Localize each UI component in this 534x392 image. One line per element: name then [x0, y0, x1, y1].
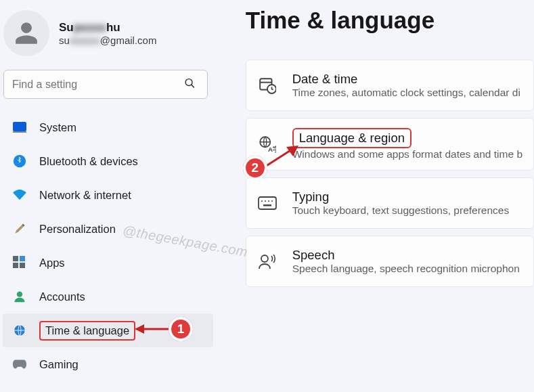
card-language-region[interactable]: A字 Language & region Windows and some ap…	[246, 118, 534, 171]
nav-list: System Bluetooth & devices Network & int…	[0, 109, 216, 381]
speech-icon	[257, 253, 277, 270]
card-subtitle: Time zones, automatic clock settings, ca…	[292, 87, 520, 99]
sidebar-item-apps[interactable]: Apps	[3, 246, 213, 280]
card-title: Date & time	[292, 72, 520, 87]
globe-clock-icon	[12, 323, 27, 338]
wifi-icon	[12, 188, 27, 202]
sidebar-item-gaming[interactable]: Gaming	[3, 347, 213, 381]
bluetooth-icon	[12, 154, 27, 169]
card-title: Speech	[292, 248, 520, 263]
brush-icon	[12, 221, 27, 236]
search-container	[0, 63, 216, 109]
svg-rect-5	[13, 256, 18, 261]
svg-point-27	[261, 255, 268, 262]
svg-point-24	[268, 200, 269, 202]
user-email-blur: xxxxxx	[70, 35, 100, 46]
svg-point-9	[17, 292, 22, 297]
keyboard-icon	[257, 196, 277, 210]
user-name-suffix: hu	[106, 21, 120, 34]
sidebar-item-label: Bluetooth & devices	[39, 155, 138, 168]
card-title: Typing	[292, 190, 510, 204]
gamepad-icon	[12, 357, 27, 372]
sidebar-item-accounts[interactable]: Accounts	[3, 280, 213, 313]
svg-point-22	[261, 200, 263, 202]
user-name-blur: pxxxx	[74, 21, 106, 35]
svg-point-0	[185, 79, 192, 85]
person-icon	[12, 289, 27, 304]
search-icon[interactable]	[184, 77, 196, 91]
card-date-time[interactable]: Date & time Time zones, automatic clock …	[246, 60, 534, 111]
calendar-clock-icon	[257, 77, 277, 94]
page-title: Time & language	[246, 7, 534, 34]
main-panel: Time & language Date & time Time zones, …	[216, 0, 534, 392]
sidebar-item-time-language[interactable]: Time & language 1	[3, 313, 213, 347]
card-subtitle: Speech language, speech recognition micr…	[292, 263, 520, 275]
card-title: Language & region	[292, 128, 411, 148]
svg-rect-26	[263, 204, 271, 206]
svg-rect-3	[13, 131, 26, 133]
sidebar-item-personalization[interactable]: Personalization	[3, 212, 213, 246]
sidebar-item-network[interactable]: Network & internet	[3, 178, 213, 212]
svg-marker-13	[135, 324, 144, 334]
user-name-prefix: Su	[59, 21, 74, 34]
apps-icon	[12, 255, 27, 270]
svg-rect-8	[20, 263, 25, 268]
sidebar-item-label: Gaming	[39, 358, 79, 371]
card-subtitle: Windows and some apps format dates and t…	[292, 148, 522, 160]
svg-rect-2	[13, 122, 26, 131]
sidebar-item-label: Personalization	[39, 223, 116, 236]
sidebar-item-label: Time & language	[39, 321, 135, 341]
user-name: Supxxxxhu	[59, 21, 156, 35]
avatar	[3, 10, 49, 56]
svg-rect-6	[20, 256, 25, 261]
sidebar-item-label: Apps	[39, 257, 65, 269]
profile-section: Supxxxxhu suxxxxxx@gmail.com	[0, 10, 216, 63]
user-email: suxxxxxx@gmail.com	[59, 35, 156, 46]
sidebar-item-system[interactable]: System	[3, 110, 213, 144]
svg-point-4	[14, 155, 26, 167]
monitor-icon	[12, 120, 27, 135]
card-subtitle: Touch keyboard, text suggestions, prefer…	[292, 204, 510, 217]
svg-point-23	[265, 200, 266, 202]
sidebar-item-label: Network & internet	[39, 189, 131, 202]
svg-line-1	[191, 85, 194, 87]
svg-point-25	[271, 200, 273, 202]
sidebar: Supxxxxhu suxxxxxx@gmail.com System Blu	[0, 0, 216, 392]
annotation-marker-1: 1	[169, 317, 193, 341]
card-typing[interactable]: Typing Touch keyboard, text suggestions,…	[246, 177, 534, 229]
search-input[interactable]	[3, 70, 208, 99]
user-info: Supxxxxhu suxxxxxx@gmail.com	[59, 21, 156, 46]
user-email-prefix: su	[59, 35, 70, 46]
sidebar-item-label: Accounts	[39, 290, 85, 303]
card-speech[interactable]: Speech Speech language, speech recogniti…	[246, 236, 534, 287]
annotation-marker-2: 2	[243, 156, 267, 180]
svg-rect-7	[13, 263, 18, 268]
user-email-suffix: @gmail.com	[100, 35, 157, 46]
sidebar-item-bluetooth[interactable]: Bluetooth & devices	[3, 144, 213, 178]
svg-rect-21	[259, 197, 276, 209]
sidebar-item-label: System	[39, 121, 76, 134]
